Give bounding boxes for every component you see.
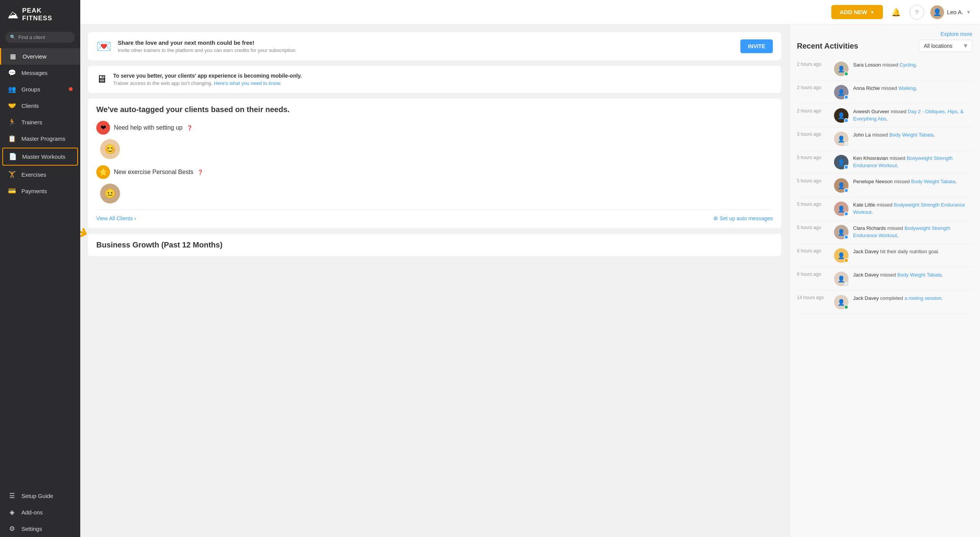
sidebar-item-messages[interactable]: 💬 Messages xyxy=(0,65,80,81)
activity-user-link[interactable]: Jack Davey xyxy=(853,295,879,301)
activity-user-link[interactable]: John La xyxy=(853,132,871,138)
sidebar-item-master-programs[interactable]: 📋 Master Programs xyxy=(0,130,80,147)
status-dot xyxy=(844,305,849,309)
activity-user-link[interactable]: Jack Davey xyxy=(853,272,879,278)
business-title: Business Growth (Past 12 Months) xyxy=(96,241,773,249)
user-menu[interactable]: 👤 Leo A. ▼ xyxy=(930,5,971,19)
business-growth-card: Business Growth (Past 12 Months) xyxy=(88,234,781,256)
invite-button[interactable]: INVITE xyxy=(740,39,773,53)
info-card: 🖥 To serve you better, your clients' app… xyxy=(88,66,781,93)
activity-item: 5 hours ago 👤 Clara Richards missed Body… xyxy=(797,221,972,244)
view-all-clients-link[interactable]: View All Clients › xyxy=(96,215,136,221)
activity-text: Clara Richards missed Bodyweight Strengt… xyxy=(853,225,972,239)
client-avatar-2: 😐 xyxy=(100,184,120,203)
setup-auto-messages-link[interactable]: ⚙ Set up auto messages xyxy=(713,215,773,221)
right-panel-header: Recent Activities All locations ▼ xyxy=(797,40,972,52)
info-description: Trainer access to the web app isn't chan… xyxy=(113,80,302,86)
explore-more-link[interactable]: Explore more xyxy=(941,31,972,37)
activity-item: 5 hours ago 👤 Ken Khosravian missed Body… xyxy=(797,151,972,174)
activity-user-link[interactable]: Penelope Neeson xyxy=(853,179,892,184)
help-question-icon[interactable]: ❓ xyxy=(187,125,193,131)
tagged-card: We've auto-tagged your clients based on … xyxy=(88,98,781,228)
nav-label-clients: Clients xyxy=(21,103,39,109)
activity-avatar: 👤 xyxy=(834,272,849,286)
activity-text: Jack Davey missed Body Weight Tabata. xyxy=(853,272,943,279)
top-header: ADD NEW ▼ 🔔 ? 👤 Leo A. ▼ xyxy=(80,0,980,24)
pb-question-icon[interactable]: ❓ xyxy=(197,169,203,175)
info-text: To serve you better, your clients' app e… xyxy=(113,73,302,86)
info-link[interactable]: Here's what you need to know. xyxy=(214,80,282,86)
find-client-search[interactable]: 🔍 Find a client xyxy=(5,32,75,43)
nav-label-setup-guide: Setup Guide xyxy=(21,493,53,499)
activity-user-link[interactable]: Ken Khosravian xyxy=(853,155,888,161)
activity-item-link[interactable]: a rowing session xyxy=(904,295,941,301)
sidebar-bottom: ☰ Setup Guide ◈ Add-ons ⚙ Settings xyxy=(0,488,80,537)
main-area: ADD NEW ▼ 🔔 ? 👤 Leo A. ▼ 💌 Share the lov… xyxy=(80,0,980,537)
nav-label-exercises: Exercises xyxy=(21,171,46,178)
help-button[interactable]: ? xyxy=(910,5,924,20)
sidebar-item-add-ons[interactable]: ◈ Add-ons xyxy=(0,504,80,521)
activity-item-link[interactable]: Body Weight Tabata xyxy=(897,272,942,278)
nav-icon-payments: 💳 xyxy=(8,187,16,195)
sidebar-item-exercises[interactable]: 🏋 Exercises xyxy=(0,166,80,183)
activities-list: 2 hours ago 👤 Sara Losson missed Cycling… xyxy=(797,57,972,314)
nav-icon-trainers: 🏃 xyxy=(8,118,16,126)
status-dot xyxy=(844,142,849,146)
activity-user-link[interactable]: Jack Davey xyxy=(853,249,879,254)
activity-item-link[interactable]: Body Weight Tabata xyxy=(911,179,956,184)
sidebar-item-trainers[interactable]: 🏃 Trainers xyxy=(0,114,80,130)
sidebar-item-groups[interactable]: 👥 Groups xyxy=(0,81,80,98)
info-title: To serve you better, your clients' app e… xyxy=(113,73,302,79)
activity-user-link[interactable]: Kate Little xyxy=(853,202,875,208)
promo-description: Invite other trainers to the platform an… xyxy=(118,47,734,53)
activity-avatar: 👤 xyxy=(834,248,849,263)
activity-avatar: 👤 xyxy=(834,225,849,239)
activity-item-link[interactable]: Cycling xyxy=(899,62,916,68)
promo-title: Share the love and your next month could… xyxy=(118,39,734,46)
sidebar-item-clients[interactable]: 🤝 Clients xyxy=(0,98,80,114)
activity-time: 5 hours ago xyxy=(797,155,829,160)
sidebar-item-settings[interactable]: ⚙ Settings xyxy=(0,521,80,537)
tagged-title: We've auto-tagged your clients based on … xyxy=(96,105,773,114)
badge-groups xyxy=(69,87,73,91)
dropdown-arrow-icon: ▼ xyxy=(870,10,875,15)
activity-user-link[interactable]: Anna Richie xyxy=(853,85,880,91)
activity-text: Sara Losson missed Cycling. xyxy=(853,62,917,69)
activity-time: 3 hours ago xyxy=(797,132,829,137)
activity-text: Jack Davey hit their daily nutrition goa… xyxy=(853,248,939,255)
activity-avatar: 👤 xyxy=(834,85,849,99)
activity-time: 5 hours ago xyxy=(797,178,829,184)
add-new-button[interactable]: ADD NEW ▼ xyxy=(831,5,883,19)
activity-avatar: 👤 xyxy=(834,108,849,123)
activity-avatar: 👤 xyxy=(834,62,849,76)
logo-icon: ⛰ xyxy=(8,8,18,21)
promo-card: 💌 Share the love and your next month cou… xyxy=(88,32,781,60)
notifications-button[interactable]: 🔔 xyxy=(889,5,904,20)
activity-time: 6 hours ago xyxy=(797,272,829,277)
nav-icon-setup-guide: ☰ xyxy=(8,492,16,500)
logo: ⛰ PEAK FITNESS xyxy=(0,0,80,29)
nav-label-payments: Payments xyxy=(21,188,47,194)
add-new-label: ADD NEW xyxy=(840,9,867,15)
tag-header-pb: ⭐ New exercise Personal Bests ❓ xyxy=(96,165,773,179)
nav-icon-clients: 🤝 xyxy=(8,102,16,110)
activity-user-link[interactable]: Clara Richards xyxy=(853,225,886,231)
nav-icon-settings: ⚙ xyxy=(8,525,16,533)
activity-text: Jack Davey completed a rowing session. xyxy=(853,295,943,302)
activity-item-link[interactable]: Body Weight Tabata xyxy=(889,132,934,138)
activity-text: Aneesh Gurveer missed Day 2 - Obliques, … xyxy=(853,108,972,123)
sidebar-item-setup-guide[interactable]: ☰ Setup Guide xyxy=(0,488,80,504)
sidebar-item-overview[interactable]: ▦ Overview xyxy=(0,48,80,65)
activity-item-link[interactable]: Walking xyxy=(899,85,916,91)
activity-user-link[interactable]: Aneesh Gurveer xyxy=(853,109,889,114)
sidebar-item-master-workouts[interactable]: 📄 Master Workouts xyxy=(2,148,78,166)
promo-icon: 💌 xyxy=(96,39,112,54)
status-dot xyxy=(844,118,849,123)
sidebar-item-payments[interactable]: 💳 Payments xyxy=(0,183,80,199)
activity-user-link[interactable]: Sara Losson xyxy=(853,62,881,68)
location-select[interactable]: All locations xyxy=(919,40,972,52)
logo-text: PEAK FITNESS xyxy=(22,7,73,23)
tag-section-pb: ⭐ New exercise Personal Bests ❓ 😐 xyxy=(96,165,773,203)
sidebar: ⛰ PEAK FITNESS 🔍 Find a client ▦ Overvie… xyxy=(0,0,80,537)
nav-icon-overview: ▦ xyxy=(9,52,17,60)
